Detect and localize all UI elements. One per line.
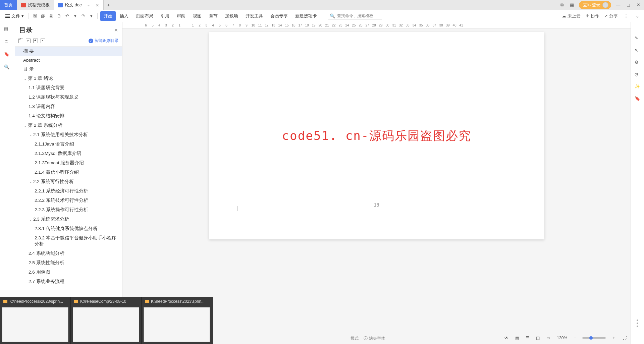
toc-item[interactable]: ⌄2.1 系统使用相关技术分析: [15, 130, 122, 139]
fullscreen-icon[interactable]: ⛶: [622, 335, 627, 341]
menu-7[interactable]: 加载项: [222, 11, 241, 21]
outline-view-icon[interactable]: ☰: [525, 335, 530, 341]
bookmark-side-icon[interactable]: 🔖: [635, 96, 641, 102]
sliders-icon[interactable]: ⚙: [635, 60, 641, 66]
document-editor[interactable]: 6543211234567891011121314151617181920212…: [122, 22, 631, 344]
tab-active-doc[interactable]: 论文.doc ⫟ ✕: [54, 0, 104, 10]
menu-2[interactable]: 页面布局: [132, 11, 157, 21]
toc-smart-detect[interactable]: ✓ 智能识别目录: [89, 38, 119, 44]
toc-item[interactable]: 1.3 课题内容: [15, 102, 122, 111]
tab-docker[interactable]: 找稻壳模板: [17, 0, 54, 10]
toc-item[interactable]: 2.2.1 系统经济可行性分析: [15, 186, 122, 196]
toc-promote-icon[interactable]: [18, 39, 23, 43]
save-as-icon[interactable]: 🗐: [40, 13, 46, 19]
toc-item[interactable]: 2.4 系统功能分析: [15, 249, 122, 258]
print-preview-icon[interactable]: 🗋: [56, 13, 62, 19]
undo-dropdown-icon[interactable]: ▾: [72, 13, 78, 19]
toc-item[interactable]: 1.1 课题研究背景: [15, 83, 122, 93]
menu-4[interactable]: 审阅: [173, 11, 189, 21]
toc-item[interactable]: 摘 要: [15, 47, 122, 56]
tab-home[interactable]: 首页: [0, 0, 17, 10]
minimize-icon[interactable]: —: [615, 2, 621, 8]
task-preview-2[interactable]: K:\releaseComp\23-08-10: [71, 297, 142, 344]
toc-item[interactable]: 2.3.1 传统健身系统优缺点分析: [15, 224, 122, 233]
toc-close-icon[interactable]: ✕: [114, 27, 118, 33]
toc-item[interactable]: 2.1.4 微信小程序介绍: [15, 168, 122, 177]
redo-icon[interactable]: ↷: [80, 13, 87, 19]
collapse-ribbon-icon[interactable]: ⌄: [634, 13, 641, 19]
toc-item[interactable]: ⌄第 1 章 绪论: [15, 74, 122, 83]
new-tab-button[interactable]: ＋: [104, 0, 114, 10]
missing-font-notice[interactable]: 模式 ⓘ 缺失字体: [351, 336, 385, 341]
more-vertical-icon[interactable]: ⋮: [623, 13, 629, 19]
chevron-down-icon[interactable]: ⌄: [29, 180, 33, 184]
toc-item[interactable]: 2.3.2 本基于微信平台健身小助手小程序分析: [15, 233, 122, 249]
print-icon[interactable]: 🖶: [48, 13, 54, 19]
horizontal-ruler[interactable]: 6543211234567891011121314151617181920212…: [122, 22, 631, 29]
redo-dropdown-icon[interactable]: ▾: [88, 13, 95, 19]
toc-item[interactable]: ⌄2.2 系统可行性分析: [15, 177, 122, 186]
toc-item[interactable]: 2.7 系统业务流程: [15, 277, 122, 286]
toc-item[interactable]: ⌄ 第 2 章 系统分析: [15, 121, 122, 130]
document-page[interactable]: code51. cn-源码乐园盗图必究 18: [209, 32, 544, 239]
toc-collapse-icon[interactable]: [41, 39, 45, 43]
web-view-icon[interactable]: ▭: [546, 335, 551, 341]
bookmark-icon[interactable]: 🔖: [4, 52, 11, 58]
page-view-icon[interactable]: ▤: [515, 335, 520, 341]
read-view-icon[interactable]: ◫: [535, 335, 540, 341]
apps-grid-icon[interactable]: ▦: [569, 2, 575, 8]
toc-item[interactable]: 2.2.3 系统操作可行性分析: [15, 205, 122, 215]
menu-1[interactable]: 插入: [116, 11, 132, 21]
find-icon[interactable]: 🔍: [4, 64, 11, 71]
reader-mode-icon[interactable]: ⧉: [559, 2, 565, 8]
folder-icon[interactable]: 🗀: [4, 39, 11, 46]
menu-9[interactable]: 会员专享: [267, 11, 291, 21]
file-menu-button[interactable]: 文件 ▾: [3, 12, 26, 20]
task-preview-1[interactable]: K:\needProccess\2023\sprin...: [0, 297, 71, 344]
toc-expand-icon[interactable]: [33, 39, 38, 43]
collab-button[interactable]: ⚘ 协作: [585, 13, 599, 19]
menu-6[interactable]: 章节: [206, 11, 221, 21]
toc-item[interactable]: 目 录: [15, 64, 122, 74]
chevron-down-icon[interactable]: ⌄: [29, 218, 33, 221]
menu-3[interactable]: 引用: [157, 11, 173, 21]
toc-item[interactable]: 2.2.2 系统技术可行性分析: [15, 196, 122, 205]
command-search[interactable]: 🔍: [328, 13, 382, 19]
toc-item[interactable]: 2.6 用例图: [15, 268, 122, 277]
command-search-input[interactable]: [337, 13, 381, 18]
zoom-in-icon[interactable]: ＋: [611, 334, 616, 341]
toc-item[interactable]: 2.5 系统性能分析: [15, 258, 122, 268]
close-icon[interactable]: ✕: [96, 3, 99, 8]
cursor-icon[interactable]: ↖: [635, 48, 641, 54]
toc-item[interactable]: ⌄2.3 系统需求分析: [15, 215, 122, 224]
toc-demote-icon[interactable]: [26, 39, 31, 43]
page-outline-icon[interactable]: ▤: [4, 26, 11, 33]
save-icon[interactable]: 🖫: [32, 13, 38, 19]
window-close-icon[interactable]: ✕: [635, 2, 641, 8]
undo-icon[interactable]: ↶: [64, 13, 70, 19]
shape-icon[interactable]: ◔: [635, 72, 641, 78]
toc-item[interactable]: 2.1.3Tomcat 服务器介绍: [15, 158, 122, 168]
login-button[interactable]: 立即登录: [579, 1, 611, 9]
toc-item[interactable]: 2.1.1Java 语言介绍: [15, 139, 122, 149]
share-button[interactable]: ↗ 分享: [604, 13, 618, 19]
toc-item[interactable]: 1.4 论文结构安排: [15, 111, 122, 121]
pen-icon[interactable]: ✎: [635, 36, 641, 42]
zoom-out-icon[interactable]: −: [573, 335, 577, 341]
menu-5[interactable]: 视图: [190, 11, 205, 21]
chevron-down-icon[interactable]: ⌄: [23, 77, 27, 80]
menu-8[interactable]: 开发工具: [242, 11, 266, 21]
chevron-down-icon[interactable]: ⌄: [23, 124, 27, 127]
zoom-label[interactable]: 130%: [556, 335, 568, 341]
maximize-icon[interactable]: ◻: [625, 2, 631, 8]
menu-0[interactable]: 开始: [100, 11, 116, 21]
fork-icon[interactable]: ⫟: [87, 3, 91, 8]
cloud-status[interactable]: ☁ 未上云: [562, 13, 581, 19]
more-dots-icon[interactable]: [637, 316, 638, 331]
toc-item[interactable]: 1.2 课题现状与实现意义: [15, 93, 122, 102]
ai-icon[interactable]: ✨: [635, 84, 641, 90]
toc-item[interactable]: 2.1.2Mysql 数据库介绍: [15, 149, 122, 158]
toc-item[interactable]: Abstract: [15, 56, 122, 64]
zoom-slider[interactable]: [582, 337, 606, 339]
menu-10[interactable]: 新建选项卡: [292, 11, 320, 21]
